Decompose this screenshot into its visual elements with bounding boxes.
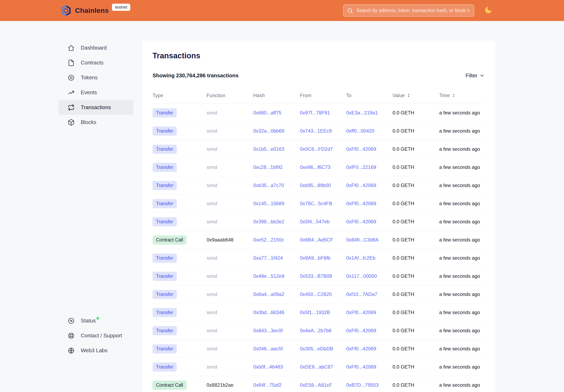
blocks-icon [68,119,75,126]
tx-hash-link[interactable]: 0xc28...1bf92 [253,164,283,170]
sidebar-footer: Status Contact / Support Web3 Labs [58,313,133,358]
search-bar[interactable] [343,4,474,17]
tx-to-link[interactable]: 0x849...C3d8A [346,237,379,242]
tx-from-link[interactable]: 0x4eA...2b7b6 [300,328,331,333]
tx-from-link[interactable]: 0x6B4...Ad5CF [300,237,333,242]
tx-hash-link[interactable]: 0xe52...2150c [253,237,284,242]
tx-to-link[interactable]: 0xFf0...42069 [346,346,376,351]
tx-to-link[interactable]: 0xFf0...42069 [346,310,376,315]
tx-time: a few seconds ago [439,273,485,279]
tx-value: 0.0 GETH [393,382,439,388]
tx-hash-link[interactable]: 0xb35...a7c70 [253,182,284,188]
tx-function: send [206,292,253,297]
tx-function: send [206,273,253,279]
tx-value: 0.0 GETH [393,292,439,297]
tx-hash-link[interactable]: 0x6a4...a09a2 [253,292,284,297]
tx-value: 0.0 GETH [393,310,439,315]
tx-to-link[interactable]: 0xE3a...219a1 [346,110,378,115]
top-header: Chainlens testnet [0,0,564,21]
tx-to-link[interactable]: 0xFf0...42069 [346,146,376,152]
tx-to-link[interactable]: 0xFf0...42069 [346,201,376,206]
chainlens-logo-icon[interactable] [60,5,72,16]
transactions-icon [68,104,75,111]
sidebar-item-label: Dashboard [81,45,107,51]
transaction-row: Transfer send 0xb0f...46483 0xDE6...abC8… [152,358,485,376]
tx-time: a few seconds ago [439,346,485,352]
tx-from-link[interactable]: 0xe96...f6C73 [300,164,330,170]
sidebar-item-label: Contracts [81,59,103,66]
tx-to-link[interactable]: 0xFf0...42069 [346,219,376,224]
brand-name[interactable]: Chainlens [75,7,109,14]
tx-from-link[interactable]: 0x5f4...547eb [300,219,330,224]
tx-function: send [206,110,253,116]
search-icon [347,8,353,14]
tx-from-link[interactable]: 0x9A9...bF6fb [300,255,330,261]
column-header-value[interactable]: Value [393,93,439,98]
tx-hash-link[interactable]: 0xb0f...46483 [253,364,283,370]
tx-hash-link[interactable]: 0x398...bb3e2 [253,219,284,224]
tx-hash-link[interactable]: 0x64f...75af2 [253,382,282,388]
tx-to-link[interactable]: 0xf10...7ADa7 [346,292,377,297]
tx-from-link[interactable]: 0x0C6...FD2d7 [300,146,333,152]
sidebar-item-tokens[interactable]: Tokens [58,70,133,85]
tx-from-link[interactable]: 0x97f...78F91 [300,110,330,115]
tx-from-link[interactable]: 0x450...C2620 [300,292,332,297]
sidebar-item-web3-labs[interactable]: Web3 Labs [58,343,133,358]
tx-from-link[interactable]: 0xDE6...abC87 [300,364,333,370]
tx-value: 0.0 GETH [393,328,439,334]
sidebar-item-dashboard[interactable]: Dashboard [58,40,133,55]
tx-function: send [206,128,253,134]
tx-to-link[interactable]: 0x117...00000 [346,273,377,279]
tx-hash-link[interactable]: 0x0bd...66346 [253,310,284,315]
transaction-row: Contract Call 0x9aaab648 0xe52...2150c 0… [152,231,485,249]
tx-to-link[interactable]: 0xFf0...42069 [346,328,376,333]
tx-type-badge: Transfer [152,326,177,335]
tx-to-link[interactable]: 0xfF0...22169 [346,164,376,170]
column-header-time-label: Time [439,93,450,98]
transaction-row: Transfer send 0x398...bb3e2 0x5f4...547e… [152,213,485,231]
tx-from-link[interactable]: 0xb95...89b00 [300,182,331,188]
tx-hash-link[interactable]: 0x145...15689 [253,201,284,206]
tx-type-badge: Transfer [152,163,177,172]
tx-from-link[interactable]: 0x305...eDbDB [300,346,333,351]
tx-function: 0x8821b2ae [206,382,253,388]
sidebar-item-transactions[interactable]: Transactions [58,100,133,115]
sidebar-item-label: Transactions [81,104,111,111]
dark-mode-toggle[interactable] [484,6,493,14]
sidebar-item-contracts[interactable]: Contracts [58,55,133,70]
tx-hash-link[interactable]: 0x49e...512e9 [253,273,284,279]
sidebar-item-events[interactable]: Events [58,85,133,100]
tx-from-link[interactable]: 0x5f1...1932B [300,310,330,315]
tx-time: a few seconds ago [439,292,485,297]
tx-hash-link[interactable]: 0x1b5...e0163 [253,146,284,152]
tx-hash-link[interactable]: 0x843...3ec0f [253,328,283,333]
sidebar-item-label: Blocks [81,119,96,126]
tx-function: send [206,201,253,206]
tx-to-link[interactable]: 0x1Af...fc2Eb [346,255,375,261]
sidebar-item-blocks[interactable]: Blocks [58,115,133,130]
tx-hash-link[interactable]: 0x680...aff75 [253,110,281,115]
tx-hash-link[interactable]: 0x046...aac5f [253,346,283,351]
tx-to-link[interactable]: 0xFf0...42069 [346,182,376,188]
tx-from-link[interactable]: 0x743...1EEc9 [300,128,332,134]
tx-hash-link[interactable]: 0x32a...0bb69 [253,128,284,134]
sidebar-item-contact-support[interactable]: Contact / Support [58,328,133,343]
tx-value: 0.0 GETH [393,273,439,279]
search-input[interactable] [356,8,470,14]
tx-hash-link[interactable]: 0xa77...1f424 [253,255,283,261]
tx-from-link[interactable]: 0x76C...5c4FB [300,201,332,206]
table-header-row: Type Function Hash From To Value Time [152,93,485,104]
moon-icon [484,6,493,14]
tx-to-link[interactable]: 0xFf0...42069 [346,364,376,370]
tx-from-link[interactable]: 0xE58...A81cF [300,382,332,388]
tx-from-link[interactable]: 0x533...B7B09 [300,273,332,279]
column-header-time[interactable]: Time [439,93,485,98]
column-header-from: From [300,93,346,98]
filter-button[interactable]: Filter [466,72,485,79]
tx-to-link[interactable]: 0xB7D...79553 [346,382,379,388]
sidebar-item-status[interactable]: Status [58,313,133,328]
tx-type-badge: Contract Call [152,380,187,390]
chevron-down-icon [479,73,485,78]
tx-value: 0.0 GETH [393,164,439,170]
tx-to-link[interactable]: 0xff0...00420 [346,128,374,134]
